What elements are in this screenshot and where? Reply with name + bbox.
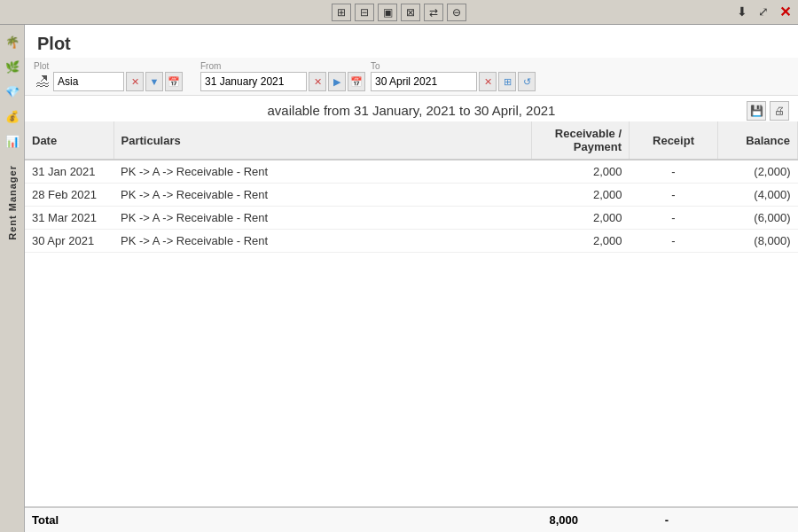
cell-date: 30 Apr 2021 xyxy=(25,230,113,253)
to-filter-group: To ✕ ⊞ ↺ xyxy=(371,61,536,91)
side-icon-2[interactable]: 🌿 xyxy=(3,57,22,76)
plot-dropdown-btn[interactable]: ▼ xyxy=(145,72,163,91)
cell-receivable: 2,000 xyxy=(532,207,630,230)
to-date-input[interactable] xyxy=(371,72,477,91)
cell-receivable: 2,000 xyxy=(532,230,630,253)
col-header-receivable: Receivable /Payment xyxy=(532,121,630,160)
cell-balance: (4,000) xyxy=(718,184,798,207)
cell-date: 31 Mar 2021 xyxy=(25,207,113,230)
range-header-icons: 💾 🖨 xyxy=(747,101,789,121)
toolbar-icon-1[interactable]: ⊞ xyxy=(332,4,351,21)
cell-particulars: PK -> A -> Receivable - Rent xyxy=(113,160,532,184)
footer-bar: Total 8,000 - xyxy=(25,506,798,532)
plot-filter-row: 🏖 ✕ ▼ 📅 xyxy=(34,72,183,91)
footer-receivable-total: 8,000 xyxy=(209,513,614,527)
toolbar-icon-3[interactable]: ▣ xyxy=(378,4,397,21)
cell-particulars: PK -> A -> Receivable - Rent xyxy=(113,184,532,207)
side-panel-label: Rent Manager xyxy=(7,165,18,240)
side-icon-3[interactable]: 💎 xyxy=(3,82,22,101)
page-title: Plot xyxy=(25,25,798,58)
footer-receipt-total: - xyxy=(614,513,720,527)
to-filter-row: ✕ ⊞ ↺ xyxy=(371,72,536,91)
maximize-icon[interactable]: ⤢ xyxy=(754,2,773,21)
to-filter-label: To xyxy=(371,61,536,71)
data-table: Date Particulars Receivable /Payment Rec… xyxy=(25,121,798,506)
window-controls: ⬇ ⤢ ✕ xyxy=(732,2,794,21)
from-nav-btn[interactable]: ▶ xyxy=(328,72,346,91)
toolbar-icon-2[interactable]: ⊟ xyxy=(355,4,374,21)
filter-bar: Plot 🏖 ✕ ▼ 📅 From ✕ ▶ 📅 To ✕ xyxy=(25,58,798,96)
to-clear-btn[interactable]: ✕ xyxy=(479,72,497,91)
cell-balance: (6,000) xyxy=(718,207,798,230)
cell-balance: (2,000) xyxy=(718,160,798,184)
side-icon-1[interactable]: 🌴 xyxy=(3,32,22,51)
cell-particulars: PK -> A -> Receivable - Rent xyxy=(113,207,532,230)
cell-receipt: - xyxy=(630,184,718,207)
plot-calendar-btn[interactable]: 📅 xyxy=(165,72,183,91)
table-row: 31 Mar 2021 PK -> A -> Receivable - Rent… xyxy=(25,207,798,230)
cell-receipt: - xyxy=(630,207,718,230)
table-row: 28 Feb 2021 PK -> A -> Receivable - Rent… xyxy=(25,184,798,207)
from-filter-group: From ✕ ▶ 📅 xyxy=(200,61,365,91)
cell-receivable: 2,000 xyxy=(532,160,630,184)
from-date-input[interactable] xyxy=(200,72,307,91)
range-header-text: available from 31 January, 2021 to 30 Ap… xyxy=(268,103,556,118)
from-filter-label: From xyxy=(200,61,365,71)
table-header-row: Date Particulars Receivable /Payment Rec… xyxy=(25,121,798,160)
toolbar-icon-5[interactable]: ⇄ xyxy=(424,4,443,21)
download-icon[interactable]: ⬇ xyxy=(732,2,752,21)
side-panel: 🌴 🌿 💎 💰 📊 Rent Manager xyxy=(0,25,25,532)
cell-date: 28 Feb 2021 xyxy=(25,184,113,207)
col-header-receipt: Receipt xyxy=(630,121,718,160)
cell-particulars: PK -> A -> Receivable - Rent xyxy=(113,230,532,253)
col-header-balance: Balance xyxy=(718,121,798,160)
close-icon[interactable]: ✕ xyxy=(775,2,794,21)
top-toolbar: ⊞ ⊟ ▣ ⊠ ⇄ ⊖ xyxy=(0,0,798,25)
cell-date: 31 Jan 2021 xyxy=(25,160,113,184)
footer-label: Total xyxy=(32,513,209,527)
toolbar-icon-6[interactable]: ⊖ xyxy=(447,4,466,21)
from-calendar-btn[interactable]: 📅 xyxy=(348,72,365,91)
toolbar-icon-4[interactable]: ⊠ xyxy=(401,4,420,21)
table-row: 31 Jan 2021 PK -> A -> Receivable - Rent… xyxy=(25,160,798,184)
cell-balance: (8,000) xyxy=(718,230,798,253)
to-copy-btn[interactable]: ⊞ xyxy=(498,72,516,91)
range-print-icon[interactable]: 🖨 xyxy=(770,101,789,121)
range-save-icon[interactable]: 💾 xyxy=(747,101,766,121)
plot-filter-group: Plot 🏖 ✕ ▼ 📅 xyxy=(34,61,183,91)
table-body: 31 Jan 2021 PK -> A -> Receivable - Rent… xyxy=(25,160,798,253)
to-refresh-btn[interactable]: ↺ xyxy=(518,72,536,91)
plot-icon: 🏖 xyxy=(34,72,51,91)
from-clear-btn[interactable]: ✕ xyxy=(309,72,326,91)
cell-receipt: - xyxy=(630,160,718,184)
plot-filter-label: Plot xyxy=(34,61,183,71)
cell-receipt: - xyxy=(630,230,718,253)
side-icon-5[interactable]: 📊 xyxy=(3,131,22,151)
range-header: available from 31 January, 2021 to 30 Ap… xyxy=(25,96,798,121)
col-header-date: Date xyxy=(25,121,113,160)
plot-clear-btn[interactable]: ✕ xyxy=(126,72,144,91)
side-icon-4[interactable]: 💰 xyxy=(3,106,22,126)
cell-receivable: 2,000 xyxy=(532,184,630,207)
from-filter-row: ✕ ▶ 📅 xyxy=(200,72,365,91)
col-header-particulars: Particulars xyxy=(113,121,532,160)
table-row: 30 Apr 2021 PK -> A -> Receivable - Rent… xyxy=(25,230,798,253)
plot-input[interactable] xyxy=(53,72,124,91)
main-content: Plot Plot 🏖 ✕ ▼ 📅 From ✕ ▶ 📅 To xyxy=(25,25,798,532)
